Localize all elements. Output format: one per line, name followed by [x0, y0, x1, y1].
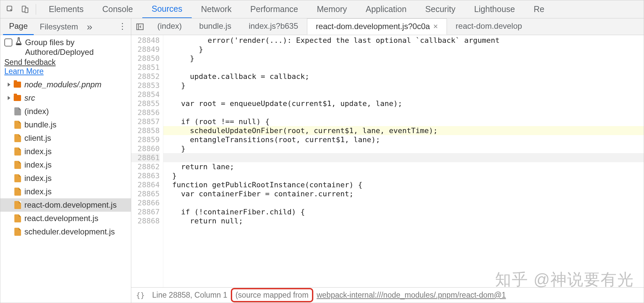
tree-folder-src[interactable]: src — [0, 91, 131, 105]
group-files-experiment: Group files byAuthored/Deployed — [0, 35, 131, 58]
source-mapped-label: (source mapped from — [231, 288, 313, 302]
flask-icon — [15, 37, 22, 46]
file-icon — [14, 188, 21, 196]
sidebar-menu-icon[interactable]: ⋯ — [117, 22, 128, 31]
svg-rect-2 — [25, 8, 28, 12]
tree-file-selected[interactable]: react-dom.development.js — [0, 198, 131, 212]
tab-recorder[interactable]: Re — [524, 0, 554, 18]
tree-label: react-dom.development.js — [24, 200, 117, 210]
file-tab-active[interactable]: react-dom.development.js?0c0a × — [307, 18, 447, 35]
editor-statusbar: {} Line 28858, Column 1 (source mapped f… — [131, 287, 644, 303]
sidebar-tab-filesystem[interactable]: Filesystem — [34, 18, 84, 35]
tree-file[interactable]: (index) — [0, 105, 131, 118]
code-content[interactable]: error('render(...): Expected the last op… — [163, 35, 644, 287]
tab-elements[interactable]: Elements — [39, 0, 93, 18]
tree-label: react.development.js — [24, 214, 98, 223]
tree-file[interactable]: scheduler.development.js — [0, 225, 131, 238]
close-icon[interactable]: × — [433, 22, 438, 31]
line-gutter: 2884828849288502885128852288532885428855… — [131, 35, 163, 287]
source-mapped-link[interactable]: webpack-internal:///node_modules/.pnpm/r… — [317, 291, 506, 300]
tree-file[interactable]: index.js — [0, 158, 131, 172]
folder-icon — [14, 95, 21, 101]
tree-label: index.js — [24, 187, 51, 196]
file-icon — [14, 201, 21, 209]
file-icon — [14, 214, 21, 222]
device-toggle-icon[interactable] — [18, 2, 32, 17]
tab-console[interactable]: Console — [93, 0, 142, 18]
inspect-icon[interactable] — [3, 2, 18, 17]
tree-label: node_modules/.pnpm — [24, 80, 102, 89]
caret-icon — [8, 96, 10, 100]
separator — [36, 4, 36, 15]
file-icon — [14, 147, 21, 156]
tree-file[interactable]: bundle.js — [0, 118, 131, 131]
tab-memory[interactable]: Memory — [307, 0, 356, 18]
pretty-print-icon[interactable]: {} — [136, 291, 145, 299]
sidebar-more-icon[interactable]: » — [87, 21, 93, 32]
tab-nav-prev-icon[interactable] — [133, 20, 147, 33]
tab-performance[interactable]: Performance — [241, 0, 307, 18]
group-files-checkbox[interactable] — [4, 38, 12, 46]
file-tabbar: (index) bundle.js index.js?b635 react-do… — [131, 18, 644, 35]
folder-icon — [14, 82, 21, 88]
file-icon — [14, 107, 21, 115]
group-files-label: Group files byAuthored/Deployed — [25, 38, 94, 57]
tree-label: (index) — [24, 107, 49, 116]
file-icon — [14, 228, 21, 236]
file-tab[interactable]: react-dom.develop — [447, 18, 531, 35]
tree-label: index.js — [24, 174, 51, 183]
tab-application[interactable]: Application — [356, 0, 416, 18]
devtools-main-tabbar: Elements Console Sources Network Perform… — [0, 0, 644, 18]
tree-file[interactable]: index.js — [0, 145, 131, 158]
tree-file[interactable]: index.js — [0, 172, 131, 185]
file-icon — [14, 134, 21, 142]
file-tree: node_modules/.pnpm src (index) bundle.js — [0, 78, 131, 303]
editor-area: (index) bundle.js index.js?b635 react-do… — [131, 18, 644, 303]
tree-label: scheduler.development.js — [24, 227, 115, 236]
tab-lighthouse[interactable]: Lighthouse — [465, 0, 524, 18]
tree-label: index.js — [24, 147, 51, 156]
code-editor[interactable]: 2884828849288502885128852288532885428855… — [131, 35, 644, 287]
file-tab[interactable]: (index) — [149, 18, 190, 35]
tree-file[interactable]: react.development.js — [0, 212, 131, 225]
tree-label: src — [24, 93, 35, 103]
caret-icon — [8, 83, 10, 87]
file-icon — [14, 161, 21, 169]
tree-label: client.js — [24, 133, 51, 143]
file-icon — [14, 121, 21, 129]
cursor-position: Line 28858, Column 1 — [152, 291, 227, 300]
file-tab[interactable]: bundle.js — [190, 18, 240, 35]
learn-more-link[interactable]: Learn More — [0, 67, 131, 76]
tree-folder-node-modules[interactable]: node_modules/.pnpm — [0, 78, 131, 91]
sources-sidebar: Page Filesystem » ⋯ Group files byAuthor… — [0, 18, 131, 303]
tree-file[interactable]: client.js — [0, 131, 131, 145]
send-feedback-link[interactable]: Send feedback — [0, 58, 131, 67]
sidebar-tabbar: Page Filesystem » ⋯ — [0, 18, 131, 35]
sidebar-tab-page[interactable]: Page — [3, 18, 34, 35]
tab-security[interactable]: Security — [416, 0, 465, 18]
file-tab[interactable]: index.js?b635 — [240, 18, 307, 35]
tab-sources[interactable]: Sources — [142, 0, 192, 18]
tree-label: bundle.js — [24, 120, 56, 129]
tab-network[interactable]: Network — [192, 0, 241, 18]
tree-file[interactable]: index.js — [0, 185, 131, 198]
tree-label: index.js — [24, 160, 51, 170]
file-icon — [14, 174, 21, 182]
file-tab-label: react-dom.development.js?0c0a — [316, 22, 430, 31]
